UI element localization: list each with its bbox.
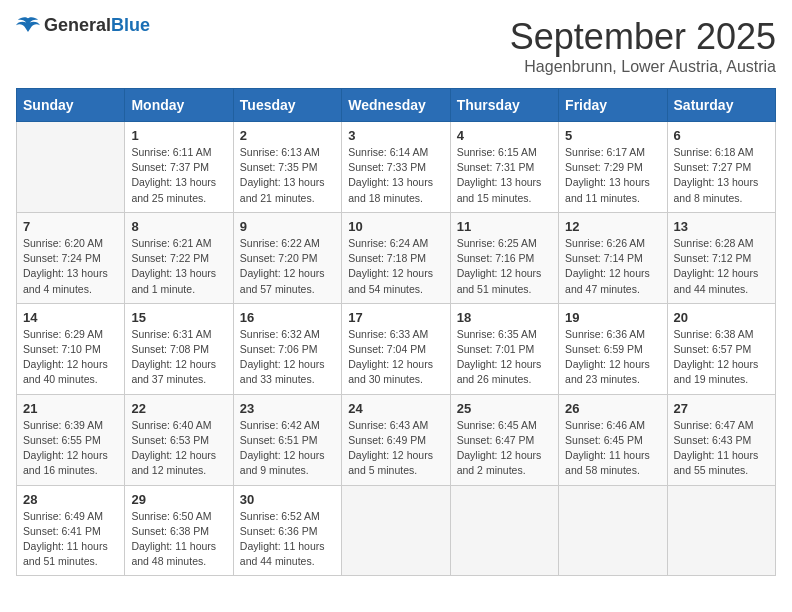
day-number: 15: [131, 310, 226, 325]
day-info: Sunrise: 6:50 AMSunset: 6:38 PMDaylight:…: [131, 509, 226, 570]
calendar-cell: 8Sunrise: 6:21 AMSunset: 7:22 PMDaylight…: [125, 212, 233, 303]
weekday-header-row: Sunday Monday Tuesday Wednesday Thursday…: [17, 89, 776, 122]
day-info: Sunrise: 6:40 AMSunset: 6:53 PMDaylight:…: [131, 418, 226, 479]
day-info: Sunrise: 6:24 AMSunset: 7:18 PMDaylight:…: [348, 236, 443, 297]
day-info: Sunrise: 6:47 AMSunset: 6:43 PMDaylight:…: [674, 418, 769, 479]
day-number: 28: [23, 492, 118, 507]
header-sunday: Sunday: [17, 89, 125, 122]
day-info: Sunrise: 6:22 AMSunset: 7:20 PMDaylight:…: [240, 236, 335, 297]
calendar-cell: 4Sunrise: 6:15 AMSunset: 7:31 PMDaylight…: [450, 122, 558, 213]
day-number: 22: [131, 401, 226, 416]
page-header: General Blue September 2025 Hagenbrunn, …: [16, 16, 776, 76]
day-number: 7: [23, 219, 118, 234]
logo-text: General Blue: [44, 16, 150, 36]
calendar-cell: 19Sunrise: 6:36 AMSunset: 6:59 PMDayligh…: [559, 303, 667, 394]
calendar-cell: 21Sunrise: 6:39 AMSunset: 6:55 PMDayligh…: [17, 394, 125, 485]
day-info: Sunrise: 6:14 AMSunset: 7:33 PMDaylight:…: [348, 145, 443, 206]
calendar-cell: [667, 485, 775, 576]
header-thursday: Thursday: [450, 89, 558, 122]
day-number: 4: [457, 128, 552, 143]
calendar-cell: 10Sunrise: 6:24 AMSunset: 7:18 PMDayligh…: [342, 212, 450, 303]
day-number: 25: [457, 401, 552, 416]
day-info: Sunrise: 6:49 AMSunset: 6:41 PMDaylight:…: [23, 509, 118, 570]
calendar-cell: 12Sunrise: 6:26 AMSunset: 7:14 PMDayligh…: [559, 212, 667, 303]
day-info: Sunrise: 6:18 AMSunset: 7:27 PMDaylight:…: [674, 145, 769, 206]
day-info: Sunrise: 6:33 AMSunset: 7:04 PMDaylight:…: [348, 327, 443, 388]
day-info: Sunrise: 6:35 AMSunset: 7:01 PMDaylight:…: [457, 327, 552, 388]
day-info: Sunrise: 6:13 AMSunset: 7:35 PMDaylight:…: [240, 145, 335, 206]
day-info: Sunrise: 6:46 AMSunset: 6:45 PMDaylight:…: [565, 418, 660, 479]
calendar-cell: 11Sunrise: 6:25 AMSunset: 7:16 PMDayligh…: [450, 212, 558, 303]
calendar-cell: [17, 122, 125, 213]
day-info: Sunrise: 6:42 AMSunset: 6:51 PMDaylight:…: [240, 418, 335, 479]
day-number: 23: [240, 401, 335, 416]
day-number: 16: [240, 310, 335, 325]
day-info: Sunrise: 6:11 AMSunset: 7:37 PMDaylight:…: [131, 145, 226, 206]
calendar-cell: 20Sunrise: 6:38 AMSunset: 6:57 PMDayligh…: [667, 303, 775, 394]
calendar-cell: 7Sunrise: 6:20 AMSunset: 7:24 PMDaylight…: [17, 212, 125, 303]
day-number: 5: [565, 128, 660, 143]
calendar-cell: 22Sunrise: 6:40 AMSunset: 6:53 PMDayligh…: [125, 394, 233, 485]
location-subtitle: Hagenbrunn, Lower Austria, Austria: [510, 58, 776, 76]
day-info: Sunrise: 6:15 AMSunset: 7:31 PMDaylight:…: [457, 145, 552, 206]
day-number: 8: [131, 219, 226, 234]
day-number: 17: [348, 310, 443, 325]
day-number: 1: [131, 128, 226, 143]
day-number: 14: [23, 310, 118, 325]
calendar-week-row: 28Sunrise: 6:49 AMSunset: 6:41 PMDayligh…: [17, 485, 776, 576]
calendar-cell: 23Sunrise: 6:42 AMSunset: 6:51 PMDayligh…: [233, 394, 341, 485]
day-number: 29: [131, 492, 226, 507]
calendar-cell: 15Sunrise: 6:31 AMSunset: 7:08 PMDayligh…: [125, 303, 233, 394]
day-number: 3: [348, 128, 443, 143]
calendar-cell: 6Sunrise: 6:18 AMSunset: 7:27 PMDaylight…: [667, 122, 775, 213]
day-info: Sunrise: 6:20 AMSunset: 7:24 PMDaylight:…: [23, 236, 118, 297]
day-info: Sunrise: 6:17 AMSunset: 7:29 PMDaylight:…: [565, 145, 660, 206]
calendar-cell: 29Sunrise: 6:50 AMSunset: 6:38 PMDayligh…: [125, 485, 233, 576]
calendar-week-row: 1Sunrise: 6:11 AMSunset: 7:37 PMDaylight…: [17, 122, 776, 213]
calendar-cell: [342, 485, 450, 576]
day-info: Sunrise: 6:29 AMSunset: 7:10 PMDaylight:…: [23, 327, 118, 388]
header-monday: Monday: [125, 89, 233, 122]
calendar-week-row: 21Sunrise: 6:39 AMSunset: 6:55 PMDayligh…: [17, 394, 776, 485]
day-number: 6: [674, 128, 769, 143]
calendar-cell: 28Sunrise: 6:49 AMSunset: 6:41 PMDayligh…: [17, 485, 125, 576]
day-info: Sunrise: 6:39 AMSunset: 6:55 PMDaylight:…: [23, 418, 118, 479]
calendar-body: 1Sunrise: 6:11 AMSunset: 7:37 PMDaylight…: [17, 122, 776, 576]
calendar-cell: 16Sunrise: 6:32 AMSunset: 7:06 PMDayligh…: [233, 303, 341, 394]
day-info: Sunrise: 6:52 AMSunset: 6:36 PMDaylight:…: [240, 509, 335, 570]
day-info: Sunrise: 6:45 AMSunset: 6:47 PMDaylight:…: [457, 418, 552, 479]
logo: General Blue: [16, 16, 150, 36]
day-number: 24: [348, 401, 443, 416]
calendar-cell: 18Sunrise: 6:35 AMSunset: 7:01 PMDayligh…: [450, 303, 558, 394]
day-number: 21: [23, 401, 118, 416]
day-number: 12: [565, 219, 660, 234]
day-number: 19: [565, 310, 660, 325]
calendar-week-row: 7Sunrise: 6:20 AMSunset: 7:24 PMDaylight…: [17, 212, 776, 303]
calendar-cell: 13Sunrise: 6:28 AMSunset: 7:12 PMDayligh…: [667, 212, 775, 303]
calendar-cell: 26Sunrise: 6:46 AMSunset: 6:45 PMDayligh…: [559, 394, 667, 485]
calendar-cell: 14Sunrise: 6:29 AMSunset: 7:10 PMDayligh…: [17, 303, 125, 394]
day-number: 20: [674, 310, 769, 325]
day-info: Sunrise: 6:32 AMSunset: 7:06 PMDaylight:…: [240, 327, 335, 388]
month-title: September 2025: [510, 16, 776, 58]
calendar-cell: 1Sunrise: 6:11 AMSunset: 7:37 PMDaylight…: [125, 122, 233, 213]
logo-general: General: [44, 16, 111, 36]
header-wednesday: Wednesday: [342, 89, 450, 122]
header-saturday: Saturday: [667, 89, 775, 122]
day-number: 13: [674, 219, 769, 234]
calendar-cell: 30Sunrise: 6:52 AMSunset: 6:36 PMDayligh…: [233, 485, 341, 576]
header-tuesday: Tuesday: [233, 89, 341, 122]
calendar-cell: 2Sunrise: 6:13 AMSunset: 7:35 PMDaylight…: [233, 122, 341, 213]
calendar-cell: 5Sunrise: 6:17 AMSunset: 7:29 PMDaylight…: [559, 122, 667, 213]
day-info: Sunrise: 6:38 AMSunset: 6:57 PMDaylight:…: [674, 327, 769, 388]
title-section: September 2025 Hagenbrunn, Lower Austria…: [510, 16, 776, 76]
calendar-cell: [450, 485, 558, 576]
day-number: 27: [674, 401, 769, 416]
day-number: 2: [240, 128, 335, 143]
calendar-cell: 3Sunrise: 6:14 AMSunset: 7:33 PMDaylight…: [342, 122, 450, 213]
calendar-header: Sunday Monday Tuesday Wednesday Thursday…: [17, 89, 776, 122]
logo-blue: Blue: [111, 16, 150, 36]
day-info: Sunrise: 6:43 AMSunset: 6:49 PMDaylight:…: [348, 418, 443, 479]
day-number: 18: [457, 310, 552, 325]
header-friday: Friday: [559, 89, 667, 122]
